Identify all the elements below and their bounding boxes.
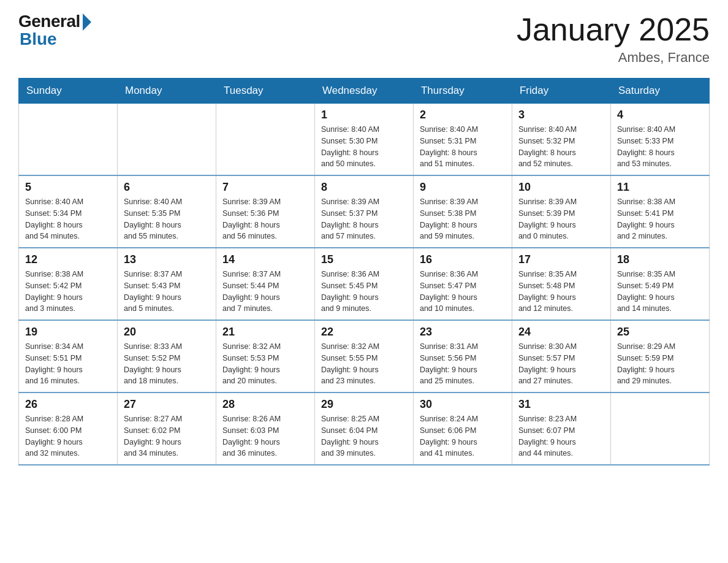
day-number: 13: [124, 253, 210, 266]
header-day-tuesday: Tuesday: [216, 79, 314, 104]
day-info: Sunrise: 8:33 AMSunset: 5:52 PMDaylight:…: [124, 341, 210, 387]
day-info: Sunrise: 8:26 AMSunset: 6:03 PMDaylight:…: [222, 413, 308, 459]
day-number: 28: [222, 398, 308, 411]
day-number: 15: [321, 253, 407, 266]
day-number: 1: [321, 109, 407, 121]
day-number: 3: [518, 109, 604, 121]
calendar-cell: 8Sunrise: 8:39 AMSunset: 5:37 PMDaylight…: [314, 175, 413, 248]
calendar-cell: 28Sunrise: 8:26 AMSunset: 6:03 PMDayligh…: [216, 393, 314, 465]
day-number: 16: [420, 253, 506, 266]
title-block: January 2025 Ambes, France: [517, 12, 710, 66]
calendar-cell: 29Sunrise: 8:25 AMSunset: 6:04 PMDayligh…: [314, 393, 413, 465]
day-info: Sunrise: 8:39 AMSunset: 5:38 PMDaylight:…: [420, 196, 506, 242]
day-number: 29: [321, 398, 407, 411]
day-info: Sunrise: 8:25 AMSunset: 6:04 PMDaylight:…: [321, 413, 407, 459]
calendar-cell: 19Sunrise: 8:34 AMSunset: 5:51 PMDayligh…: [19, 320, 118, 393]
calendar-cell: 26Sunrise: 8:28 AMSunset: 6:00 PMDayligh…: [19, 393, 118, 465]
day-number: 10: [518, 181, 604, 194]
day-info: Sunrise: 8:37 AMSunset: 5:43 PMDaylight:…: [124, 269, 210, 315]
day-info: Sunrise: 8:40 AMSunset: 5:31 PMDaylight:…: [420, 124, 506, 170]
day-number: 30: [420, 398, 506, 411]
day-number: 23: [420, 326, 506, 339]
calendar-cell: 24Sunrise: 8:30 AMSunset: 5:57 PMDayligh…: [512, 320, 610, 393]
calendar-cell: 25Sunrise: 8:29 AMSunset: 5:59 PMDayligh…: [610, 320, 709, 393]
calendar-cell: 12Sunrise: 8:38 AMSunset: 5:42 PMDayligh…: [19, 248, 118, 320]
day-number: 4: [617, 109, 703, 121]
calendar-cell: [19, 104, 118, 176]
day-number: 25: [617, 326, 703, 339]
calendar-cell: 15Sunrise: 8:36 AMSunset: 5:45 PMDayligh…: [314, 248, 413, 320]
logo-blue-text: Blue: [20, 31, 91, 48]
day-info: Sunrise: 8:38 AMSunset: 5:42 PMDaylight:…: [25, 269, 111, 315]
calendar-header: SundayMondayTuesdayWednesdayThursdayFrid…: [19, 79, 710, 104]
day-info: Sunrise: 8:39 AMSunset: 5:36 PMDaylight:…: [222, 196, 308, 242]
logo-arrow-icon: [83, 13, 91, 31]
day-info: Sunrise: 8:40 AMSunset: 5:30 PMDaylight:…: [321, 124, 407, 170]
header-row: SundayMondayTuesdayWednesdayThursdayFrid…: [19, 79, 710, 104]
day-number: 22: [321, 326, 407, 339]
calendar-cell: 3Sunrise: 8:40 AMSunset: 5:32 PMDaylight…: [512, 104, 610, 176]
day-info: Sunrise: 8:24 AMSunset: 6:06 PMDaylight:…: [420, 413, 506, 459]
day-number: 9: [420, 181, 506, 194]
calendar-cell: 5Sunrise: 8:40 AMSunset: 5:34 PMDaylight…: [19, 175, 118, 248]
header-day-friday: Friday: [512, 79, 610, 104]
location: Ambes, France: [517, 50, 710, 66]
day-info: Sunrise: 8:28 AMSunset: 6:00 PMDaylight:…: [25, 413, 111, 459]
calendar-body: 1Sunrise: 8:40 AMSunset: 5:30 PMDaylight…: [19, 104, 710, 465]
header-day-wednesday: Wednesday: [314, 79, 413, 104]
calendar-cell: 4Sunrise: 8:40 AMSunset: 5:33 PMDaylight…: [610, 104, 709, 176]
calendar-table: SundayMondayTuesdayWednesdayThursdayFrid…: [18, 78, 710, 465]
day-number: 11: [617, 181, 703, 194]
day-info: Sunrise: 8:38 AMSunset: 5:41 PMDaylight:…: [617, 196, 703, 242]
day-number: 21: [222, 326, 308, 339]
logo: General Blue: [18, 12, 91, 48]
day-number: 7: [222, 181, 308, 194]
week-row-2: 12Sunrise: 8:38 AMSunset: 5:42 PMDayligh…: [19, 248, 710, 320]
calendar-cell: 6Sunrise: 8:40 AMSunset: 5:35 PMDaylight…: [117, 175, 216, 248]
day-info: Sunrise: 8:27 AMSunset: 6:02 PMDaylight:…: [124, 413, 210, 459]
calendar-cell: 10Sunrise: 8:39 AMSunset: 5:39 PMDayligh…: [512, 175, 610, 248]
calendar-cell: 22Sunrise: 8:32 AMSunset: 5:55 PMDayligh…: [314, 320, 413, 393]
day-info: Sunrise: 8:39 AMSunset: 5:39 PMDaylight:…: [518, 196, 604, 242]
header-day-thursday: Thursday: [413, 79, 512, 104]
day-info: Sunrise: 8:39 AMSunset: 5:37 PMDaylight:…: [321, 196, 407, 242]
day-info: Sunrise: 8:32 AMSunset: 5:55 PMDaylight:…: [321, 341, 407, 387]
day-info: Sunrise: 8:36 AMSunset: 5:45 PMDaylight:…: [321, 269, 407, 315]
day-info: Sunrise: 8:35 AMSunset: 5:48 PMDaylight:…: [518, 269, 604, 315]
calendar-cell: 23Sunrise: 8:31 AMSunset: 5:56 PMDayligh…: [413, 320, 512, 393]
month-title: January 2025: [517, 12, 710, 47]
day-info: Sunrise: 8:32 AMSunset: 5:53 PMDaylight:…: [222, 341, 308, 387]
calendar-cell: 9Sunrise: 8:39 AMSunset: 5:38 PMDaylight…: [413, 175, 512, 248]
day-info: Sunrise: 8:37 AMSunset: 5:44 PMDaylight:…: [222, 269, 308, 315]
day-number: 8: [321, 181, 407, 194]
calendar-cell: 13Sunrise: 8:37 AMSunset: 5:43 PMDayligh…: [117, 248, 216, 320]
day-info: Sunrise: 8:34 AMSunset: 5:51 PMDaylight:…: [25, 341, 111, 387]
calendar-cell: 21Sunrise: 8:32 AMSunset: 5:53 PMDayligh…: [216, 320, 314, 393]
day-info: Sunrise: 8:35 AMSunset: 5:49 PMDaylight:…: [617, 269, 703, 315]
day-info: Sunrise: 8:40 AMSunset: 5:34 PMDaylight:…: [25, 196, 111, 242]
week-row-3: 19Sunrise: 8:34 AMSunset: 5:51 PMDayligh…: [19, 320, 710, 393]
day-info: Sunrise: 8:36 AMSunset: 5:47 PMDaylight:…: [420, 269, 506, 315]
day-number: 19: [25, 326, 111, 339]
logo-general-text: General: [18, 13, 80, 30]
calendar-cell: 30Sunrise: 8:24 AMSunset: 6:06 PMDayligh…: [413, 393, 512, 465]
day-number: 26: [25, 398, 111, 411]
day-number: 27: [124, 398, 210, 411]
calendar-cell: 27Sunrise: 8:27 AMSunset: 6:02 PMDayligh…: [117, 393, 216, 465]
calendar-cell: 17Sunrise: 8:35 AMSunset: 5:48 PMDayligh…: [512, 248, 610, 320]
week-row-4: 26Sunrise: 8:28 AMSunset: 6:00 PMDayligh…: [19, 393, 710, 465]
day-info: Sunrise: 8:29 AMSunset: 5:59 PMDaylight:…: [617, 341, 703, 387]
day-info: Sunrise: 8:40 AMSunset: 5:33 PMDaylight:…: [617, 124, 703, 170]
day-number: 17: [518, 253, 604, 266]
day-number: 14: [222, 253, 308, 266]
day-number: 18: [617, 253, 703, 266]
day-number: 5: [25, 181, 111, 194]
calendar-cell: 20Sunrise: 8:33 AMSunset: 5:52 PMDayligh…: [117, 320, 216, 393]
day-number: 24: [518, 326, 604, 339]
day-number: 20: [124, 326, 210, 339]
header-day-saturday: Saturday: [610, 79, 709, 104]
day-number: 31: [518, 398, 604, 411]
calendar-cell: 2Sunrise: 8:40 AMSunset: 5:31 PMDaylight…: [413, 104, 512, 176]
calendar-cell: 7Sunrise: 8:39 AMSunset: 5:36 PMDaylight…: [216, 175, 314, 248]
week-row-1: 5Sunrise: 8:40 AMSunset: 5:34 PMDaylight…: [19, 175, 710, 248]
